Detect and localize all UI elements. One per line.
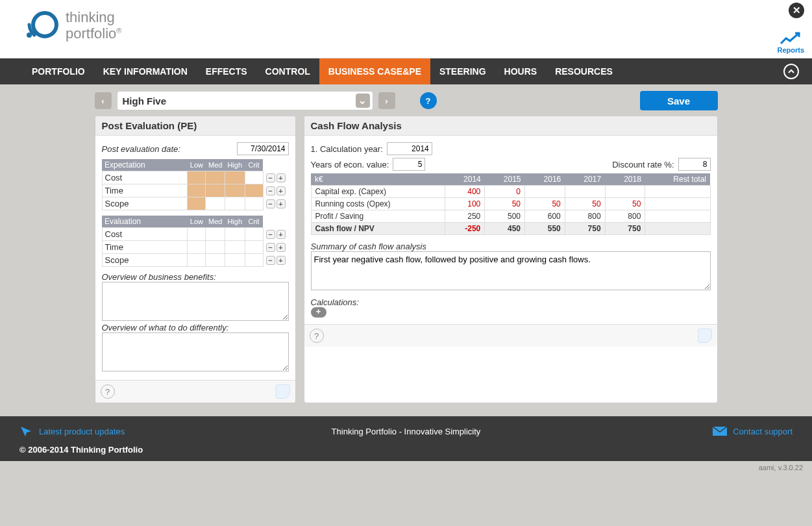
rating-cell[interactable]	[245, 241, 263, 254]
table-row: Time−+	[102, 241, 288, 254]
summary-textarea[interactable]	[311, 251, 711, 290]
rating-cell[interactable]	[245, 197, 263, 210]
cash-cell[interactable]	[645, 210, 710, 223]
pe-date-input[interactable]	[237, 142, 289, 155]
plus-minus[interactable]: −+	[266, 173, 286, 182]
plus-minus[interactable]: −+	[266, 186, 286, 195]
svg-point-1	[27, 32, 32, 38]
plus-minus[interactable]: −+	[266, 243, 286, 252]
save-button[interactable]: Save	[640, 91, 718, 110]
rating-cell[interactable]	[188, 228, 206, 241]
nav-tab[interactable]: CONTROL	[256, 58, 319, 84]
rating-cell[interactable]	[188, 254, 206, 267]
diff-textarea[interactable]	[102, 332, 289, 371]
rating-cell[interactable]	[245, 254, 263, 267]
cash-cell[interactable]	[645, 223, 710, 235]
nav-tab[interactable]: EFFECTS	[197, 58, 256, 84]
benefits-textarea[interactable]	[102, 282, 289, 321]
rating-cell[interactable]	[206, 197, 225, 210]
cash-cell[interactable]: 750	[605, 223, 645, 235]
plus-minus[interactable]: −+	[266, 230, 286, 239]
close-icon[interactable]: ✕	[789, 3, 804, 18]
rating-cell[interactable]	[225, 171, 245, 184]
cash-cell[interactable]: 250	[445, 210, 485, 223]
rating-cell[interactable]	[225, 241, 245, 254]
calc-year-input[interactable]	[387, 142, 432, 155]
nav-tab[interactable]: KEY INFORMATION	[94, 58, 197, 84]
plus-minus[interactable]: −+	[266, 199, 286, 208]
rating-cell[interactable]	[225, 254, 245, 267]
cash-cell[interactable]: 500	[485, 210, 525, 223]
pe-date-label: Post evaluation date:	[102, 144, 233, 154]
cash-cell[interactable]	[525, 186, 565, 198]
version-label: aami, v.3.0.22	[0, 461, 812, 474]
cash-cell[interactable]: 400	[445, 186, 485, 198]
calc-year-label: 1. Calculation year:	[311, 144, 383, 154]
cash-cell[interactable]: 800	[565, 210, 605, 223]
cash-cell[interactable]	[645, 198, 710, 210]
plus-minus[interactable]: −+	[266, 256, 286, 265]
rating-cell[interactable]	[188, 184, 206, 197]
rating-cell[interactable]	[206, 254, 225, 267]
project-title-select[interactable]: High Five ⌄	[117, 91, 373, 110]
nav-tab[interactable]: STEERING	[430, 58, 495, 84]
panel-help-icon[interactable]: ?	[101, 384, 115, 399]
cursor-icon	[19, 425, 34, 437]
updates-link[interactable]: Latest product updates	[39, 427, 125, 436]
minus-icon: −	[266, 230, 275, 239]
mail-icon	[712, 426, 728, 436]
prev-button[interactable]: ‹	[95, 92, 112, 109]
toolbar: ‹ High Five ⌄ › ? Save	[88, 91, 724, 110]
cash-cell[interactable]: 50	[565, 198, 605, 210]
rating-cell[interactable]	[188, 241, 206, 254]
rating-cell[interactable]	[206, 171, 225, 184]
cash-cell[interactable]: 750	[565, 223, 605, 235]
note-icon[interactable]	[698, 329, 712, 343]
cash-cell[interactable]: 450	[485, 223, 525, 235]
cash-cell[interactable]: 50	[525, 198, 565, 210]
rating-cell[interactable]	[225, 197, 245, 210]
cash-cell[interactable]: 550	[525, 223, 565, 235]
help-button[interactable]: ?	[420, 92, 437, 109]
cash-cell[interactable]: 50	[605, 198, 645, 210]
cash-cell[interactable]: 0	[485, 186, 525, 198]
chevron-down-icon[interactable]: ⌄	[356, 94, 370, 108]
next-button[interactable]: ›	[378, 92, 395, 109]
rating-cell[interactable]	[206, 228, 225, 241]
note-icon[interactable]	[276, 384, 290, 399]
cash-cell[interactable]	[605, 186, 645, 198]
cash-cell[interactable]: 100	[445, 198, 485, 210]
cashflow-panel: Cash Flow Analysis 1. Calculation year: …	[304, 116, 718, 403]
table-row: Time−+	[102, 184, 288, 197]
cash-cell[interactable]	[645, 186, 710, 198]
econ-input[interactable]	[393, 158, 425, 171]
nav-tab[interactable]: PORTFOLIO	[23, 58, 94, 84]
panel-help-icon[interactable]: ?	[310, 329, 324, 343]
rating-cell[interactable]	[188, 171, 206, 184]
contact-link[interactable]: Contact support	[733, 427, 793, 436]
reports-button[interactable]: Reports	[777, 31, 804, 54]
rating-cell[interactable]	[245, 171, 263, 184]
rating-cell[interactable]	[206, 241, 225, 254]
nav-tab[interactable]: HOURS	[495, 58, 547, 84]
benefits-label: Overview of business benefits:	[102, 272, 216, 282]
rating-cell[interactable]	[225, 184, 245, 197]
cash-cell[interactable]	[565, 186, 605, 198]
plus-icon: +	[277, 243, 286, 252]
collapse-nav-button[interactable]	[783, 64, 799, 79]
rating-cell[interactable]	[206, 184, 225, 197]
rating-cell[interactable]	[188, 197, 206, 210]
chart-up-icon	[780, 31, 802, 46]
cash-cell[interactable]: 800	[605, 210, 645, 223]
discount-input[interactable]	[678, 158, 711, 171]
nav-tab[interactable]: BUSINESS CASE&PE	[319, 58, 430, 84]
rating-cell[interactable]	[245, 184, 263, 197]
cash-cell[interactable]: -250	[445, 223, 485, 235]
cash-cell[interactable]: 50	[485, 198, 525, 210]
add-calculation-button[interactable]: +	[311, 307, 326, 318]
cash-cell[interactable]: 600	[525, 210, 565, 223]
nav-tab[interactable]: RESOURCES	[546, 58, 622, 84]
rating-cell[interactable]	[225, 228, 245, 241]
rating-cell[interactable]	[245, 228, 263, 241]
minus-icon: −	[266, 199, 275, 208]
